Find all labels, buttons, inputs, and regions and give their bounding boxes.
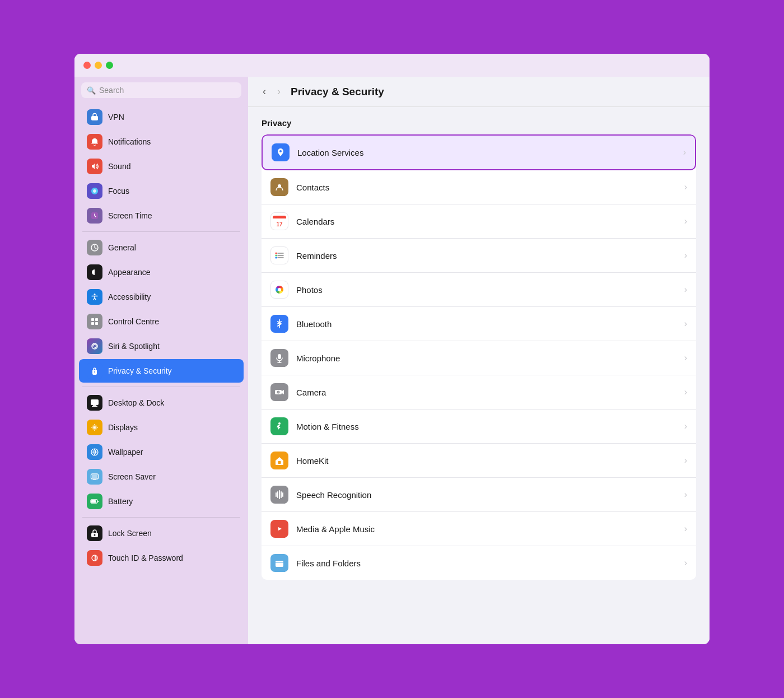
files-label: Files and Folders: [296, 559, 676, 568]
privacy-item-microphone[interactable]: Microphone ›: [262, 341, 696, 375]
sidebar-item-vpn[interactable]: VPN: [79, 105, 244, 129]
svg-rect-14: [92, 406, 97, 407]
privacy-item-photos[interactable]: Photos ›: [262, 273, 696, 307]
sidebar-item-appearance[interactable]: Appearance: [79, 260, 244, 284]
sidebar-item-desktop-label: Desktop & Dock: [108, 398, 164, 407]
motion-icon: [270, 417, 288, 435]
svg-point-39: [276, 257, 277, 259]
media-icon: [270, 520, 288, 538]
svg-rect-26: [97, 501, 99, 502]
contacts-label: Contacts: [296, 183, 676, 192]
sidebar-item-general[interactable]: General: [79, 236, 244, 259]
privacy-item-contacts[interactable]: Contacts ›: [262, 170, 696, 204]
sidebar-item-touchid[interactable]: Touch ID & Password: [79, 546, 244, 570]
bluetooth-label: Bluetooth: [296, 319, 676, 329]
privacy-item-speech[interactable]: Speech Recognition ›: [262, 478, 696, 512]
svg-rect-52: [278, 461, 281, 464]
privacy-item-homekit[interactable]: HomeKit ›: [262, 444, 696, 478]
main-scroll-area[interactable]: Privacy Location Services ›: [248, 107, 710, 644]
privacy-item-bluetooth[interactable]: Bluetooth ›: [262, 307, 696, 341]
svg-point-5: [94, 294, 96, 295]
svg-point-11: [94, 371, 95, 373]
appearance-icon: [87, 264, 102, 280]
back-button[interactable]: ‹: [259, 85, 269, 99]
contacts-icon: [270, 178, 288, 196]
sidebar-item-controlcentre-label: Control Centre: [108, 317, 159, 326]
sidebar-item-siri[interactable]: Siri & Spotlight: [79, 334, 244, 358]
svg-point-50: [278, 392, 279, 393]
media-chevron: ›: [684, 524, 687, 534]
search-input[interactable]: Search: [99, 86, 124, 95]
privacy-item-files[interactable]: Files and Folders ›: [262, 546, 696, 580]
photos-icon: [270, 281, 288, 299]
sidebar-item-displays[interactable]: Displays: [79, 416, 244, 439]
svg-rect-9: [95, 322, 98, 325]
svg-text:17: 17: [276, 221, 283, 227]
privacy-item-media[interactable]: Media & Apple Music ›: [262, 512, 696, 546]
close-button[interactable]: [83, 62, 91, 69]
touchid-icon: [87, 550, 102, 566]
svg-point-29: [94, 534, 96, 536]
focus-icon: [87, 183, 102, 199]
sidebar-item-general-label: General: [108, 243, 136, 252]
photos-chevron: ›: [684, 285, 687, 295]
sidebar-item-sound[interactable]: Sound: [79, 155, 244, 178]
wallpaper-icon: [87, 444, 102, 460]
sidebar-item-siri-label: Siri & Spotlight: [108, 342, 160, 351]
privacy-item-motion[interactable]: Motion & Fitness ›: [262, 410, 696, 444]
privacy-item-calendars[interactable]: 17 Calendars ›: [262, 204, 696, 239]
sidebar-item-accessibility-label: Accessibility: [108, 292, 151, 301]
privacy-item-reminders[interactable]: Reminders ›: [262, 239, 696, 273]
sidebar-item-screensaver-label: Screen Saver: [108, 472, 156, 481]
sidebar-item-focus-label: Focus: [108, 187, 129, 196]
svg-point-38: [276, 255, 277, 257]
sidebar-item-controlcentre[interactable]: Control Centre: [79, 310, 244, 333]
sidebar-item-lockscreen[interactable]: Lock Screen: [79, 522, 244, 545]
sidebar-item-screensaver[interactable]: Screen Saver: [79, 465, 244, 488]
maximize-button[interactable]: [106, 62, 113, 69]
forward-button[interactable]: ›: [274, 85, 284, 99]
reminders-chevron: ›: [684, 250, 687, 260]
accessibility-icon: [87, 289, 102, 305]
vpn-icon: [87, 109, 102, 125]
photos-label: Photos: [296, 285, 676, 295]
contacts-chevron: ›: [684, 182, 687, 192]
speech-icon: [270, 486, 288, 504]
microphone-chevron: ›: [684, 353, 687, 363]
motion-label: Motion & Fitness: [296, 422, 676, 431]
sidebar-item-desktop[interactable]: Desktop & Dock: [79, 391, 244, 415]
battery-icon: [87, 494, 102, 509]
lockscreen-icon: [87, 525, 102, 541]
svg-rect-12: [91, 399, 99, 405]
svg-rect-57: [282, 492, 283, 497]
files-icon: [270, 554, 288, 572]
search-icon: 🔍: [87, 86, 96, 95]
sidebar-item-screentime[interactable]: Screen Time: [79, 204, 244, 227]
sidebar-item-wallpaper[interactable]: Wallpaper: [79, 440, 244, 464]
calendars-label: Calendars: [296, 217, 676, 226]
sidebar-item-focus[interactable]: Focus: [79, 179, 244, 203]
sidebar-item-lockscreen-label: Lock Screen: [108, 529, 152, 538]
privacy-list: Location Services › Contacts ›: [262, 134, 696, 580]
sidebar-item-accessibility[interactable]: Accessibility: [79, 285, 244, 309]
privacy-item-location[interactable]: Location Services ›: [262, 134, 696, 170]
sidebar-item-battery[interactable]: Battery: [79, 490, 244, 513]
speech-label: Speech Recognition: [296, 490, 676, 500]
sidebar-divider-1: [82, 231, 240, 232]
privacy-item-camera[interactable]: Camera ›: [262, 375, 696, 410]
sidebar-item-vpn-label: VPN: [108, 113, 124, 122]
svg-point-17: [94, 427, 96, 429]
svg-rect-35: [273, 218, 286, 220]
sidebar-item-battery-label: Battery: [108, 497, 133, 506]
homekit-chevron: ›: [684, 455, 687, 466]
sidebar-item-notifications[interactable]: Notifications: [79, 130, 244, 153]
svg-rect-7: [95, 318, 98, 321]
notifications-icon: [87, 134, 102, 150]
minimize-button[interactable]: [95, 62, 102, 69]
search-bar[interactable]: 🔍 Search: [81, 82, 241, 98]
reminders-icon: [270, 246, 288, 264]
calendars-chevron: ›: [684, 216, 687, 226]
svg-rect-24: [93, 479, 96, 480]
bluetooth-icon: [270, 315, 288, 333]
sidebar-item-privacy[interactable]: Privacy & Security: [79, 359, 244, 383]
